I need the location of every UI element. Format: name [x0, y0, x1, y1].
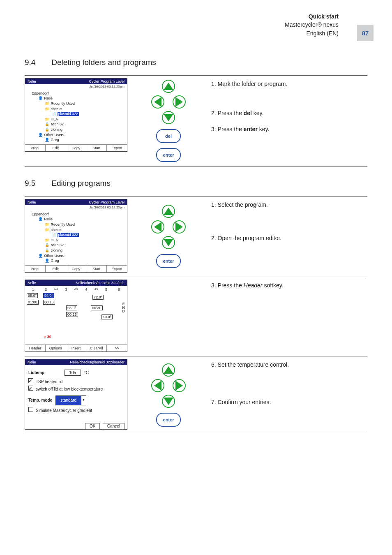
- col-3: 3: [60, 287, 72, 291]
- button-cancel[interactable]: Cancel: [103, 423, 125, 429]
- step-confirm: 7. Confirm your entries.: [211, 398, 367, 407]
- section-9-5: 9.5 Editing programs: [25, 179, 367, 188]
- dpad-left[interactable]: [151, 220, 164, 234]
- t: Jul/30/2013 03:32:25pm: [25, 205, 127, 210]
- softkey-prop[interactable]: Prop.: [25, 145, 46, 151]
- t: del: [244, 110, 252, 116]
- label-end: END: [122, 302, 126, 313]
- dur-0015b: 00:15: [66, 312, 78, 317]
- softkey-more[interactable]: >>: [107, 345, 127, 352]
- enter-key[interactable]: enter: [156, 148, 181, 162]
- softkey-copy[interactable]: Copy: [66, 266, 87, 272]
- arrow-down-icon: [164, 239, 173, 246]
- screenshot-editor: Nelie Nelie/checks/plasmid 322/edit 1 2 …: [25, 280, 127, 352]
- header-product: Mastercycler® nexus: [25, 21, 339, 29]
- tree-checks: checks: [51, 107, 62, 111]
- dpad-left[interactable]: [151, 95, 164, 109]
- dpad-down[interactable]: [162, 395, 175, 408]
- label-degree: °C: [84, 369, 89, 377]
- t: Nelie: [28, 281, 36, 285]
- dpad: [146, 363, 191, 408]
- dpad-up[interactable]: [162, 80, 175, 93]
- dpad-left[interactable]: [151, 379, 164, 392]
- dpad-up[interactable]: [162, 205, 175, 218]
- lock-icon: [45, 243, 50, 248]
- del-key[interactable]: del: [156, 129, 181, 143]
- softkey-prop[interactable]: Prop.: [25, 266, 46, 272]
- lock-icon: [45, 127, 50, 132]
- shot-timestamp: Jul/30/2013 03:32:25pm: [25, 84, 127, 89]
- softkey-insert[interactable]: Insert: [66, 345, 87, 352]
- tempmode-value: standard: [56, 396, 81, 405]
- t: cloning: [51, 248, 63, 252]
- enter-key[interactable]: enter: [156, 254, 181, 268]
- dropdown-tempmode[interactable]: standard ▾: [55, 395, 86, 405]
- header-quickstart: Quick start: [25, 12, 339, 21]
- checkbox-switchoff[interactable]: [28, 386, 33, 391]
- t: Nelie/checks/plasmid 322/edit: [76, 281, 125, 285]
- button-ok[interactable]: OK: [85, 423, 100, 429]
- softkey-start[interactable]: Start: [86, 145, 107, 151]
- t: 3. Press the: [211, 282, 244, 289]
- dpad-down[interactable]: [162, 236, 175, 249]
- arrow-left-icon: [154, 97, 161, 107]
- page-number: 87: [357, 25, 374, 41]
- col-6: 6: [113, 287, 125, 291]
- softkey-copy[interactable]: Copy: [66, 145, 87, 151]
- t: Greg: [51, 259, 59, 263]
- dpad-right[interactable]: [173, 379, 186, 392]
- temp-10: 10.0°: [101, 314, 113, 319]
- frac-33: 3/3: [92, 287, 100, 291]
- user-icon: [45, 137, 50, 143]
- softkey-edit[interactable]: Edit: [46, 145, 66, 151]
- t: Header: [244, 282, 263, 289]
- step-press-header: 3. Press the Header softkey.: [211, 281, 367, 290]
- user-icon: [38, 96, 43, 101]
- softkey-edit[interactable]: Edit: [46, 266, 66, 272]
- dpad-right[interactable]: [173, 220, 186, 234]
- tree-nelie: Nelie: [44, 96, 53, 100]
- checkbox-tsp[interactable]: [28, 378, 33, 383]
- enter-key[interactable]: enter: [156, 413, 181, 427]
- arrow-up-icon: [164, 208, 173, 215]
- softkey-export[interactable]: Export: [107, 145, 127, 151]
- softkey-options[interactable]: Options: [46, 345, 66, 352]
- checkbox-simulate[interactable]: [28, 407, 33, 412]
- folder-icon: [45, 227, 50, 233]
- arrow-right-icon: [175, 97, 183, 107]
- user-icon: [38, 217, 43, 222]
- tree-actin: actin 62: [51, 122, 64, 126]
- input-lidtemp[interactable]: [65, 370, 81, 376]
- label-tempmode: Temp. mode: [28, 397, 52, 404]
- arrow-left-icon: [154, 222, 161, 232]
- cycles-x30: × 30: [44, 335, 51, 339]
- arrow-right-icon: [175, 381, 183, 391]
- arrow-up-icon: [164, 83, 173, 90]
- dur-0100: 01:00: [27, 300, 39, 305]
- section-9-5-num: 9.5: [25, 179, 49, 188]
- dpad-up[interactable]: [162, 363, 175, 377]
- t: softkey.: [263, 282, 284, 289]
- softkey-export[interactable]: Export: [107, 266, 127, 272]
- t: 2. Press the: [211, 110, 244, 116]
- softkey-clearall[interactable]: ClearAll: [86, 345, 107, 352]
- dpad-down[interactable]: [162, 111, 175, 124]
- col-4: 4: [80, 287, 92, 291]
- t: Recently Used: [51, 222, 75, 227]
- label-simulate: Simulate Mastercycler gradient: [36, 408, 92, 413]
- softkey-header[interactable]: Header: [25, 345, 46, 352]
- tree-recent: Recently Used: [51, 102, 75, 106]
- tree-plasmid-selected[interactable]: plasmid 322: [58, 112, 79, 116]
- dpad: [146, 80, 191, 124]
- tree-plasmid-selected[interactable]: plasmid 322: [58, 233, 79, 237]
- t: key.: [258, 126, 270, 132]
- softkey-start[interactable]: Start: [86, 266, 107, 272]
- arrow-left-icon: [154, 381, 161, 391]
- tree-cloning: cloning: [51, 127, 63, 132]
- temp-94-selected[interactable]: 94.0°: [43, 293, 54, 298]
- dpad-right[interactable]: [173, 95, 186, 109]
- lock-icon: [45, 248, 50, 253]
- lock-icon: [45, 122, 50, 127]
- screenshot-tree-2: Nelie Cycler Program Level Jul/30/2013 0…: [25, 199, 127, 273]
- t: Cycler Program Level: [89, 200, 125, 204]
